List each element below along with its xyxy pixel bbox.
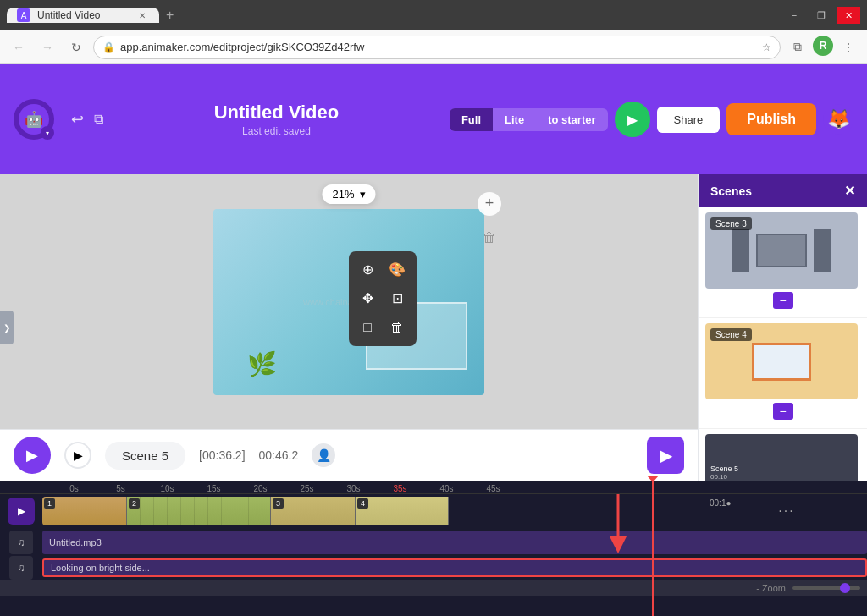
video-icon: ▶ bbox=[8, 498, 35, 525]
copy-button[interactable]: ⧉ bbox=[94, 112, 103, 127]
scene-4-item: Scene 4 − bbox=[699, 318, 867, 429]
ruler-10s: 10s bbox=[144, 484, 191, 493]
scene-4-minus-button[interactable]: − bbox=[773, 403, 793, 420]
address-bar[interactable]: 🔒 app.animaker.com/editproject/gikSKCO39… bbox=[93, 36, 781, 59]
browser-titlebar: A Untitled Video ✕ + − ❐ ✕ bbox=[0, 0, 867, 30]
active-tab[interactable]: A Untitled Video ✕ bbox=[7, 8, 159, 23]
scene-5-duration: 00:10 bbox=[710, 473, 738, 481]
ruler-5s: 5s bbox=[97, 484, 144, 493]
segment-3[interactable]: 3 bbox=[271, 497, 356, 525]
scene-play-button[interactable]: ▶ bbox=[14, 437, 51, 474]
back-button[interactable]: ← bbox=[7, 36, 30, 59]
zoom-control[interactable]: 21% ▾ bbox=[322, 184, 375, 204]
play-small-icon: ▶ bbox=[74, 448, 83, 462]
canvas-area: 21% ▾ ❯ www.chainacademy.id 🌿 bbox=[0, 174, 698, 481]
playhead[interactable] bbox=[652, 481, 654, 616]
mascot-icon: 🦊 bbox=[827, 108, 850, 130]
new-tab-button[interactable]: + bbox=[159, 8, 180, 23]
share-button[interactable]: Share bbox=[657, 107, 721, 133]
delete-element-button[interactable]: 🗑 bbox=[478, 226, 501, 250]
film-strip-button[interactable]: ▶ bbox=[647, 437, 684, 474]
video-track: ▶ 1 2 3 bbox=[0, 494, 867, 528]
starter-mode-button[interactable]: to starter bbox=[536, 108, 607, 131]
music-icon-2-glyph: ♫ bbox=[18, 562, 25, 574]
tab-favicon: A bbox=[17, 8, 30, 22]
scene-4-label: Scene 4 bbox=[710, 328, 752, 341]
seg-3-label: 3 bbox=[273, 498, 284, 509]
tab-close-button[interactable]: ✕ bbox=[135, 8, 149, 22]
menu-button[interactable]: ⋮ bbox=[837, 36, 860, 59]
scene-3-thumbnail[interactable]: Scene 3 bbox=[705, 212, 858, 289]
playhead-triangle bbox=[647, 476, 659, 482]
ruler-20s: 20s bbox=[237, 484, 284, 493]
header-title-area: Untitled Video Last edit saved bbox=[113, 102, 439, 137]
audio-track-2-icon: ♫ bbox=[0, 556, 42, 580]
scene-5-item: Scene 5 00:10 + ⧉ 🗑 bbox=[699, 429, 867, 481]
dark-segment[interactable]: 00:1● ··· bbox=[706, 497, 867, 525]
maximize-button[interactable]: ❐ bbox=[809, 7, 833, 24]
segment-1[interactable]: 1 bbox=[42, 497, 127, 525]
profile-button[interactable]: R bbox=[813, 36, 833, 56]
project-title[interactable]: Untitled Video bbox=[113, 102, 439, 124]
scene-4-thumbnail[interactable]: Scene 4 bbox=[705, 323, 858, 399]
time-end: 00:46.2 bbox=[259, 448, 299, 462]
segment-2[interactable]: 2 bbox=[127, 497, 271, 525]
scene-name-tag: Scene 5 bbox=[105, 442, 185, 470]
context-style-button[interactable]: 🎨 bbox=[385, 258, 409, 282]
minimize-button[interactable]: − bbox=[782, 7, 806, 24]
refresh-button[interactable]: ↻ bbox=[64, 36, 88, 59]
zoom-thumb[interactable] bbox=[840, 583, 850, 593]
browser-nav-actions: ⧉ R ⋮ bbox=[786, 36, 860, 59]
user-icon[interactable]: 👤 bbox=[312, 443, 335, 467]
music-note-2-icon: ♫ bbox=[9, 556, 33, 580]
scenes-panel: Scenes ✕ Scene 3 bbox=[698, 174, 867, 481]
scene-3-label: Scene 3 bbox=[710, 217, 752, 230]
scene-plant-element: 🌿 bbox=[247, 350, 277, 378]
segment-4[interactable]: 4 bbox=[356, 497, 449, 525]
scenes-header: Scenes ✕ bbox=[699, 174, 867, 207]
scene-3-content bbox=[732, 229, 831, 272]
close-button[interactable]: ✕ bbox=[837, 7, 860, 24]
context-color-button[interactable]: ⊕ bbox=[356, 258, 379, 282]
zoom-level: 21% bbox=[332, 188, 354, 201]
scenes-title: Scenes bbox=[710, 184, 752, 198]
context-crop-button[interactable]: □ bbox=[356, 316, 379, 339]
zoom-dropdown-icon: ▾ bbox=[360, 188, 366, 201]
timeline-wrapper: 0s 5s 10s 15s 20s 25s 30s 35s 40s 45s ▶ bbox=[0, 481, 867, 616]
scene-4-window bbox=[752, 343, 811, 381]
undo-button[interactable]: ↩ bbox=[71, 110, 84, 129]
user-avatar[interactable]: 🦊 bbox=[823, 104, 853, 135]
seg-2-label: 2 bbox=[129, 498, 140, 509]
ruler-45s: 45s bbox=[470, 484, 516, 493]
tab-title: Untitled Video bbox=[37, 9, 129, 21]
lite-mode-button[interactable]: Lite bbox=[493, 108, 536, 131]
play-triangle-icon: ▶ bbox=[627, 112, 638, 128]
scene-5-bg: Scene 5 00:10 bbox=[705, 434, 858, 481]
context-fit-button[interactable]: ⊡ bbox=[385, 287, 409, 311]
audio-track-1-content[interactable]: Untitled.mp3 bbox=[42, 531, 867, 554]
forward-button[interactable]: → bbox=[36, 36, 59, 59]
logo-dropdown-icon[interactable]: ▾ bbox=[41, 126, 54, 140]
scene-play-small-button[interactable]: ▶ bbox=[64, 442, 91, 469]
app-logo[interactable]: 🤖 ▾ bbox=[14, 99, 54, 140]
publish-button[interactable]: Publish bbox=[726, 103, 816, 135]
scene-3-minus-button[interactable]: − bbox=[773, 292, 793, 309]
audio-track-2: ♫ Looking on bright side... bbox=[0, 557, 867, 579]
video-track-content[interactable]: 1 2 3 4 00:1 bbox=[42, 497, 867, 525]
full-mode-button[interactable]: Full bbox=[450, 108, 493, 131]
context-move-button[interactable]: ✥ bbox=[356, 287, 379, 311]
timeline-ruler: 0s 5s 10s 15s 20s 25s 30s 35s 40s 45s bbox=[0, 481, 867, 494]
context-delete-button[interactable]: 🗑 bbox=[385, 316, 409, 339]
app-header: 🤖 ▾ ↩ ⧉ Untitled Video Last edit saved F… bbox=[0, 64, 867, 174]
zoom-slider[interactable] bbox=[792, 586, 860, 590]
extensions-button[interactable]: ⧉ bbox=[786, 36, 809, 59]
audio-track-2-content[interactable]: Looking on bright side... bbox=[42, 558, 867, 577]
scenes-close-button[interactable]: ✕ bbox=[844, 183, 855, 199]
preview-play-button[interactable]: ▶ bbox=[615, 102, 650, 137]
ruler-30s: 30s bbox=[330, 484, 377, 493]
film-icon-glyph: ▶ bbox=[660, 445, 672, 465]
scene-5-thumbnail[interactable]: Scene 5 00:10 bbox=[705, 434, 858, 481]
add-element-button[interactable]: + bbox=[478, 192, 501, 216]
context-menu: ⊕ 🎨 ✥ ⊡ □ 🗑 bbox=[349, 251, 417, 346]
zoom-label: - Zoom bbox=[756, 583, 786, 593]
